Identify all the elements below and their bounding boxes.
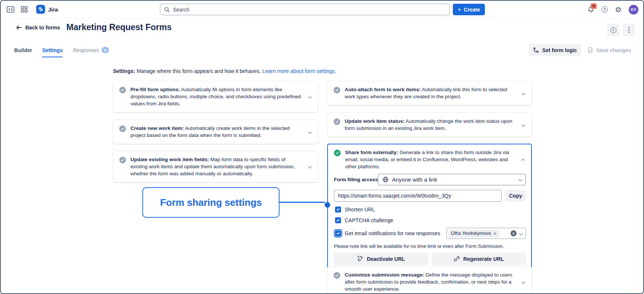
settings-column-right-bottom: Customize submission message: Define the…: [327, 266, 532, 294]
profile-button[interactable]: OY: [629, 5, 638, 15]
card-text: Auto-attach form to work items: Automati…: [345, 86, 516, 100]
settings-column-right: Auto-attach form to work items: Automati…: [327, 81, 532, 271]
shorten-url-checkbox[interactable]: [335, 207, 341, 212]
plus-icon: +: [458, 7, 461, 13]
clear-all-icon[interactable]: ×: [511, 230, 517, 236]
globe-icon: [382, 176, 389, 183]
responses-count-badge: 0: [102, 47, 109, 53]
expand-button[interactable]: [521, 122, 526, 128]
broken-link-icon: [357, 256, 363, 262]
expand-button[interactable]: [521, 279, 526, 285]
app-switcher-grid-icon[interactable]: [21, 6, 28, 13]
branch-icon: [533, 47, 539, 53]
recipients-select[interactable]: Olha Yevdokymova × ×: [446, 228, 526, 239]
captcha-label: CAPTCHA challenge: [345, 217, 393, 223]
expand-button[interactable]: [307, 94, 313, 99]
page-title: Marketing Request Forms: [66, 22, 171, 32]
captcha-row: CAPTCHA challenge: [334, 217, 526, 223]
share-url-input[interactable]: [334, 190, 502, 202]
chevron-down-icon: [308, 95, 312, 99]
expand-button[interactable]: [307, 129, 313, 135]
expand-button[interactable]: [521, 90, 526, 96]
global-search[interactable]: [160, 4, 450, 15]
captcha-checkbox[interactable]: [335, 217, 341, 223]
chevron-down-icon: [519, 231, 523, 235]
check-circle-icon: [334, 87, 340, 93]
form-filling-access-select[interactable]: Anyone with a link: [378, 174, 526, 185]
card-text: Create new work item: Automatically crea…: [130, 125, 303, 139]
form-info-button[interactable]: i: [607, 24, 619, 36]
callout-connector-line: [279, 202, 325, 203]
checkbox-focus-ring: [334, 229, 342, 237]
search-input[interactable]: [173, 7, 446, 13]
form-filling-access-label: Form filling access: [334, 177, 378, 182]
tab-builder[interactable]: Builder: [14, 47, 32, 57]
recipient-tag: Olha Yevdokymova ×: [448, 230, 499, 237]
email-notifications-row: Get email notifications for new response…: [334, 228, 526, 239]
share-form-externally-panel: Share form externally: Generate a link t…: [327, 144, 532, 271]
shorten-url-label: Shorten URL: [345, 207, 375, 212]
check-circle-icon: [119, 125, 126, 132]
tab-responses[interactable]: Responses 0: [73, 47, 108, 57]
email-notifications-checkbox[interactable]: [335, 230, 341, 236]
notifications-button[interactable]: 6: [587, 6, 594, 13]
chevron-down-icon: [522, 91, 525, 95]
gear-icon: ⚙: [615, 6, 622, 13]
card-customize-submission-message[interactable]: Customize submission message: Define the…: [327, 266, 532, 294]
shorten-url-row: Shorten URL: [334, 207, 526, 212]
regenerate-url-button[interactable]: Regenerate URL: [432, 253, 526, 265]
create-button[interactable]: + Create: [453, 4, 485, 15]
app-name: Jira: [48, 6, 58, 13]
check-circle-icon: [119, 157, 126, 163]
check-circle-green-icon: [334, 150, 341, 156]
set-form-logic-button[interactable]: Set form logic: [529, 44, 581, 56]
jira-home-link[interactable]: Jira: [36, 5, 58, 14]
back-arrow-icon: [16, 25, 22, 31]
check-circle-icon: [334, 118, 340, 125]
back-to-forms-link[interactable]: Back to forms: [16, 25, 60, 31]
sidebar-toggle-icon[interactable]: [7, 6, 15, 13]
collapse-button[interactable]: [520, 156, 526, 163]
copy-url-button[interactable]: Copy: [505, 190, 526, 202]
help-icon: ?: [602, 6, 608, 13]
search-icon: [164, 7, 170, 13]
chevron-down-icon: [308, 130, 312, 134]
check-circle-icon: [334, 272, 340, 279]
link-icon: [454, 256, 460, 262]
info-icon: i: [610, 27, 616, 33]
panel-text: Share form externally: Generate a link t…: [345, 149, 516, 170]
chevron-up-icon: [521, 159, 525, 162]
save-changes-button[interactable]: Save changes: [587, 44, 631, 56]
notification-count-badge: 6: [591, 3, 597, 9]
card-update-existing-work-item-fields[interactable]: Update existing work item fields: Map fo…: [113, 151, 318, 182]
card-text: Update existing work item fields: Map fo…: [130, 156, 303, 177]
settings-description: Settings: Manage where this form appears…: [113, 68, 336, 74]
link-availability-note: Please note link will be available for n…: [334, 243, 526, 249]
chevron-down-icon: [522, 280, 525, 284]
form-tabs: Builder Settings Responses 0: [14, 47, 109, 57]
tab-settings[interactable]: Settings: [42, 47, 63, 57]
callout-anchor-dot: [325, 202, 330, 208]
card-text: Customize submission message: Define the…: [345, 271, 516, 293]
check-circle-icon: [119, 87, 126, 93]
deactivate-url-button[interactable]: Deactivate URL: [334, 253, 428, 265]
top-navigation-bar: Jira + Create 6 ? ⚙ OY: [1, 1, 643, 18]
help-button[interactable]: ?: [602, 6, 608, 13]
more-actions-button[interactable]: [623, 24, 635, 36]
remove-recipient-icon[interactable]: ×: [493, 231, 496, 236]
card-text: Pre-fill form options: Automatically fil…: [130, 86, 303, 107]
card-update-work-item-status[interactable]: Update work item status: Automatically c…: [327, 112, 532, 137]
chevron-down-icon: [522, 123, 525, 127]
avatar: OY: [629, 5, 638, 15]
settings-column-left: Pre-fill form options: Automatically fil…: [113, 81, 318, 182]
jira-logo-icon: [36, 5, 45, 14]
card-create-new-work-item[interactable]: Create new work item: Automatically crea…: [113, 119, 318, 144]
card-prefill-form-options[interactable]: Pre-fill form options: Automatically fil…: [113, 81, 318, 112]
chevron-down-icon: [518, 178, 522, 182]
settings-button[interactable]: ⚙: [615, 6, 622, 13]
form-sharing-settings-callout: Form sharing settings: [142, 187, 280, 218]
learn-more-link[interactable]: Learn more about form settings.: [262, 68, 336, 74]
save-document-icon: [587, 47, 593, 53]
card-auto-attach-form[interactable]: Auto-attach form to work items: Automati…: [327, 81, 532, 105]
expand-button[interactable]: [307, 164, 313, 169]
